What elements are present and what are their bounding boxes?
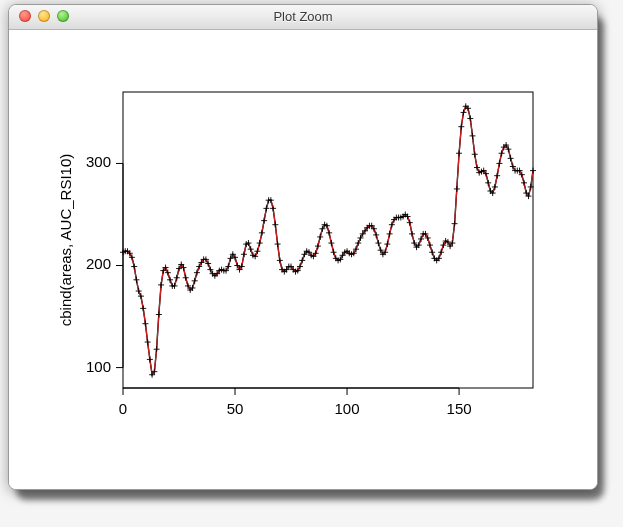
data-point [270, 205, 276, 211]
data-point [496, 160, 502, 166]
data-point [131, 264, 137, 270]
data-point [317, 234, 323, 240]
y-axis-label: cbind(areas, AUC_RSI10) [57, 154, 74, 327]
data-point [142, 321, 148, 327]
x-tick-label: 50 [227, 400, 244, 417]
data-point [492, 184, 498, 190]
titlebar: Plot Zoom [9, 5, 597, 30]
data-point [331, 249, 337, 255]
data-point [454, 186, 460, 192]
data-point [277, 257, 283, 263]
data-point [192, 278, 198, 284]
y-tick-label: 200 [86, 255, 111, 272]
data-point [485, 180, 491, 186]
data-point [429, 249, 435, 255]
plot-window: Plot Zoom 050100150100200300cbind(areas,… [8, 4, 598, 490]
data-point [140, 305, 146, 311]
series-line-AUC_RSI10 [123, 106, 533, 374]
data-point [452, 221, 458, 227]
data-point [136, 288, 142, 294]
y-tick-label: 300 [86, 153, 111, 170]
data-point [158, 282, 164, 288]
data-point [387, 231, 393, 237]
data-point [494, 173, 500, 179]
data-point [154, 346, 160, 352]
data-point [241, 251, 247, 257]
data-point [458, 124, 464, 130]
plot-frame [123, 92, 533, 388]
data-point [315, 243, 321, 249]
y-tick-label: 100 [86, 358, 111, 375]
data-point [467, 116, 473, 122]
data-point [156, 312, 162, 318]
data-point [373, 232, 379, 238]
data-point [355, 240, 361, 246]
data-point [174, 275, 180, 281]
data-point [499, 150, 505, 156]
data-point [183, 275, 189, 281]
data-point [259, 230, 265, 236]
data-point [147, 356, 153, 362]
data-point [299, 257, 305, 263]
data-point [133, 277, 139, 283]
x-tick-label: 0 [119, 400, 127, 417]
data-point [167, 277, 173, 283]
data-point [375, 240, 381, 246]
data-point [328, 240, 334, 246]
plot: 050100150100200300cbind(areas, AUC_RSI10… [49, 70, 559, 475]
series-line-areas [123, 106, 533, 374]
data-point [427, 242, 433, 248]
data-point [272, 222, 278, 228]
data-point [254, 248, 260, 254]
plot-content: 050100150100200300cbind(areas, AUC_RSI10… [9, 30, 597, 489]
data-point [261, 218, 267, 224]
data-point [456, 150, 462, 156]
data-point [461, 109, 467, 115]
data-point [409, 231, 415, 237]
x-tick-label: 150 [447, 400, 472, 417]
data-point [138, 293, 144, 299]
data-point [263, 205, 269, 211]
window-title: Plot Zoom [9, 5, 597, 29]
data-point [326, 230, 332, 236]
data-point [407, 220, 413, 226]
data-point [418, 236, 424, 242]
data-point [521, 180, 527, 186]
data-point [145, 339, 151, 345]
data-point [257, 240, 263, 246]
data-point [438, 249, 444, 255]
data-point [248, 246, 254, 252]
data-point [389, 222, 395, 228]
x-tick-label: 100 [335, 400, 360, 417]
data-point [530, 168, 536, 174]
data-point [474, 165, 480, 171]
data-point [275, 241, 281, 247]
data-point [508, 155, 514, 161]
data-point [470, 133, 476, 139]
data-point [472, 151, 478, 157]
data-point [194, 270, 200, 276]
data-point [384, 241, 390, 247]
